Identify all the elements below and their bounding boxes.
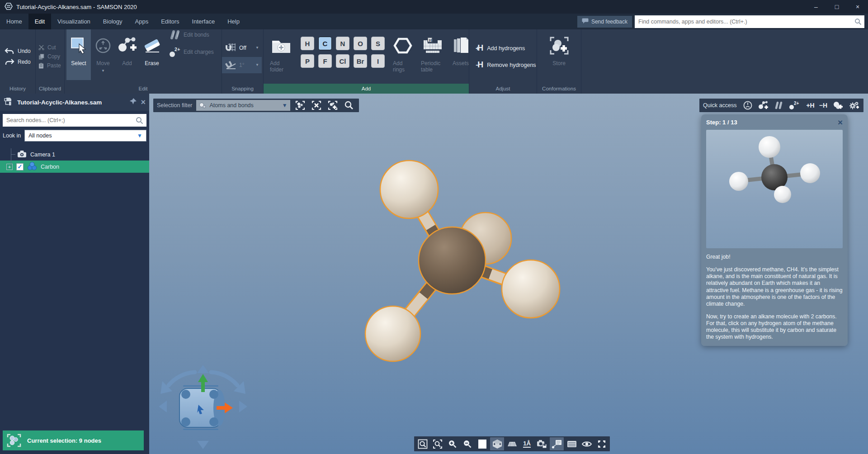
menu-help[interactable]: Help <box>221 14 246 29</box>
tree-node-camera[interactable]: Camera 1 <box>0 148 149 161</box>
remove-hydrogens-button[interactable]: −H Remove hydrogens <box>476 60 536 70</box>
add-folder-button[interactable]: Add folder <box>270 29 292 80</box>
element-i-button[interactable]: I <box>371 54 385 68</box>
add-hydrogens-quick-button[interactable]: +H <box>806 102 814 109</box>
copy-button[interactable]: Copy <box>38 53 61 60</box>
navigation-gizmo[interactable] <box>153 359 253 454</box>
hydrogen-atom[interactable] <box>380 161 438 218</box>
cut-button[interactable]: Cut <box>38 44 61 51</box>
add-atoms-icon[interactable] <box>757 99 769 111</box>
mini-hydrogen <box>759 136 780 158</box>
saturate-molecule-icon[interactable] <box>832 99 844 111</box>
scale-ruler-button[interactable]: 1Å <box>520 437 534 450</box>
scissors-icon <box>38 45 44 50</box>
select-tool-button[interactable]: Select <box>66 29 91 80</box>
tree-node-carbon[interactable]: + ✓ Carbon <box>0 161 149 173</box>
hexagon-icon <box>393 34 413 57</box>
menu-home[interactable]: Home <box>0 14 28 29</box>
menu-biology[interactable]: Biology <box>97 14 129 29</box>
menu-apps[interactable]: Apps <box>129 14 155 29</box>
menu-editors[interactable]: Editors <box>155 14 185 29</box>
send-feedback-button[interactable]: Send feedback <box>577 16 632 28</box>
element-br-button[interactable]: Br <box>354 54 367 68</box>
menu-edit[interactable]: Edit <box>28 14 51 29</box>
expand-node-icon[interactable]: + <box>6 164 13 170</box>
selection-filter-label: Selection filter <box>157 102 193 109</box>
chevron-down-icon[interactable]: ▼ <box>101 69 105 73</box>
remove-hydrogens-quick-button[interactable]: −H <box>819 102 827 109</box>
pin-panel-icon[interactable] <box>129 98 137 107</box>
element-cl-button[interactable]: Cl <box>336 54 349 68</box>
element-o-button[interactable]: O <box>354 37 367 50</box>
copy-icon <box>38 54 44 60</box>
command-search-input[interactable] <box>635 15 864 28</box>
camera-projection-button[interactable] <box>490 437 504 450</box>
pan-up-arrow[interactable] <box>197 365 209 373</box>
section-label-clipboard: Clipboard <box>36 84 64 94</box>
erase-tool-button[interactable]: Erase <box>140 29 164 80</box>
labels-button[interactable] <box>550 437 564 450</box>
selection-filter-dropdown[interactable]: Atoms and bonds ▼ <box>196 100 290 111</box>
fog-button[interactable] <box>565 437 579 450</box>
zoom-in-button[interactable] <box>445 437 459 450</box>
close-button[interactable]: × <box>847 0 868 14</box>
paste-button[interactable]: Paste <box>38 62 61 69</box>
select-all-button[interactable] <box>294 99 307 111</box>
store-conformation-button[interactable]: Store <box>543 29 575 80</box>
floor-button[interactable] <box>505 437 519 450</box>
menu-visualization[interactable]: Visualization <box>51 14 97 29</box>
zoom-selection-button[interactable] <box>343 99 355 111</box>
visibility-checkbox[interactable]: ✓ <box>16 163 24 170</box>
deselect-all-button[interactable] <box>310 99 323 111</box>
maximize-button[interactable]: □ <box>826 0 847 14</box>
snapping-angle-dropdown[interactable]: 1° ▼ <box>222 57 262 73</box>
element-n-button[interactable]: N <box>336 37 349 50</box>
pan-left-arrow[interactable] <box>159 401 167 412</box>
save-camera-button[interactable] <box>535 437 549 450</box>
undo-icon <box>5 48 14 55</box>
tutorial-paragraph: Now, try to create an alkane molecule wi… <box>706 313 843 341</box>
redo-button[interactable]: Redo <box>5 59 31 66</box>
menu-interface[interactable]: Interface <box>186 14 222 29</box>
add-rings-button[interactable]: Add rings <box>393 29 413 80</box>
edit-charges-button[interactable]: 2+ Edit charges <box>169 47 214 57</box>
close-panel-icon[interactable]: × <box>141 99 146 105</box>
zoom-window-button[interactable] <box>415 437 429 450</box>
carbon-atom[interactable] <box>419 227 486 294</box>
hydrogen-atom[interactable] <box>365 306 420 361</box>
ribbon-section-history: Undo Redo History <box>0 29 36 94</box>
hydrogen-atom[interactable] <box>502 260 560 318</box>
pan-down-arrow[interactable] <box>197 441 209 449</box>
assets-button[interactable]: Assets <box>453 29 469 80</box>
add-tool-button[interactable]: Add <box>115 29 139 80</box>
background-color-button[interactable] <box>475 437 489 450</box>
periodic-table-button[interactable]: H Periodic table <box>421 29 444 80</box>
viewport-3d[interactable]: Selection filter Atoms and bonds ▼ Quick… <box>149 94 868 454</box>
settings-gears-icon[interactable] <box>848 99 860 111</box>
element-c-button[interactable]: C <box>318 37 332 50</box>
minimize-button[interactable]: – <box>806 0 826 14</box>
edit-bonds-button[interactable]: Edit bonds <box>169 29 214 40</box>
edit-charges-icon[interactable]: 2+ <box>788 99 802 111</box>
invert-selection-button[interactable] <box>326 99 339 111</box>
add-hydrogens-button[interactable]: +H Add hydrogens <box>476 43 536 53</box>
zoom-out-button[interactable] <box>460 437 474 450</box>
look-in-dropdown[interactable]: All nodes ▼ <box>24 130 146 142</box>
undo-button[interactable]: Undo <box>5 48 31 55</box>
snapping-grid-dropdown[interactable]: Off ▼ <box>222 40 262 56</box>
zoom-selection-button[interactable] <box>430 437 444 450</box>
element-f-button[interactable]: F <box>318 54 332 68</box>
fullscreen-button[interactable] <box>594 437 609 450</box>
element-s-button[interactable]: S <box>371 37 385 50</box>
move-icon[interactable] <box>743 99 753 111</box>
element-p-button[interactable]: P <box>301 54 314 68</box>
element-h-button[interactable]: H <box>301 37 314 50</box>
speech-bubble-icon <box>582 18 589 25</box>
node-search-input[interactable] <box>3 114 146 127</box>
move-tool-button[interactable]: Move ▼ <box>92 29 114 80</box>
tutorial-close-icon[interactable]: × <box>838 119 843 126</box>
edit-bonds-icon[interactable] <box>774 99 783 111</box>
visibility-eye-button[interactable] <box>580 437 594 450</box>
tree-node-label: Camera 1 <box>30 151 55 158</box>
pan-right-arrow[interactable] <box>239 401 247 412</box>
